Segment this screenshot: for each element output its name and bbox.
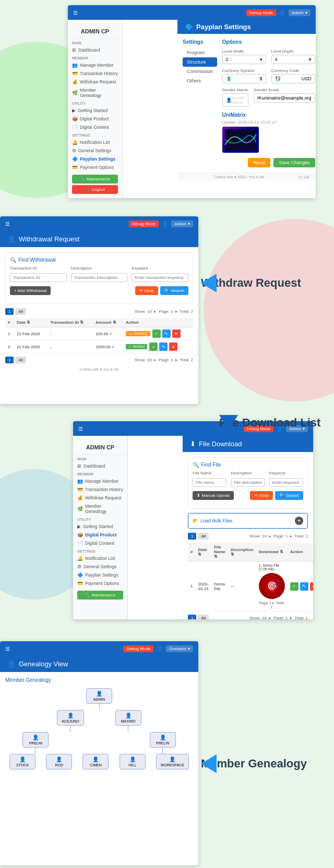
search-button-2[interactable]: 🔍 Search <box>160 286 188 295</box>
sidebar-item-transaction-1[interactable]: 💳 Transaction History <box>68 69 122 78</box>
sort-file-icon-3[interactable]: ⇅ <box>214 554 218 559</box>
sidebar-item-getting-started-1[interactable]: ▶ Getting Started <box>68 106 122 115</box>
payment-options-label-1: Payment Options <box>80 165 114 170</box>
general-settings-icon-3: ⚙ <box>77 564 81 569</box>
sort-date-icon-3[interactable]: ⇅ <box>198 552 201 557</box>
clear-button-2[interactable]: ✕ Clear <box>135 286 158 295</box>
sidebar-item-dashboard-1[interactable]: ⊞ Dashboard <box>68 46 122 54</box>
action-view-btn[interactable]: ✓ <box>149 343 158 351</box>
action-delete-btn[interactable]: ✕ <box>172 329 181 338</box>
search-fields-3: File Name Description Keyword <box>193 471 303 487</box>
sidebar-item-dashboard-3[interactable]: ⊞ Dashboard <box>73 462 127 470</box>
sidebar-item-payment-options-3[interactable]: 💳 Payment Options <box>73 579 127 588</box>
currency-symbol-control[interactable]: 💲 $ <box>222 74 266 83</box>
admin-badge-2[interactable]: Admin ▾ <box>171 221 193 227</box>
sidebar-item-general-settings-1[interactable]: ⚙ General Settings <box>68 146 122 155</box>
main-content-3: ⬇ File Download 🔍 Find File File Name <box>183 436 313 619</box>
page-btn-all-top-3[interactable]: All <box>198 533 209 540</box>
tree-node-stock: 👤 STOCK <box>9 754 35 769</box>
digital-product-icon-3: 📦 <box>77 532 83 537</box>
sidebar-item-notification-3[interactable]: 🔔 Notification List <box>73 554 127 563</box>
add-button-label: Add Withdrawal <box>17 288 46 293</box>
action-edit-btn[interactable]: ✎ <box>162 329 171 338</box>
page-btn-1-top[interactable]: 1 <box>5 308 14 315</box>
save-button[interactable]: Save Changes <box>273 158 315 167</box>
action-edit-btn[interactable]: ✎ <box>159 343 168 351</box>
sidebar-item-digital-content-1[interactable]: 📄 Digital Content <box>68 123 122 131</box>
sidebar-item-general-settings-3[interactable]: ⚙ General Settings <box>73 563 127 571</box>
sidebar-item-digital-product-3[interactable]: 📦 Digital Product <box>73 531 127 539</box>
pagination-top-2: 1 All Show: 10 ▸ Page: 1 ▸ Total: 2 <box>5 308 193 315</box>
sort-download-icon-3[interactable]: ⇅ <box>280 549 283 554</box>
description-input[interactable] <box>71 273 128 282</box>
settings-nav-structure[interactable]: Structure <box>183 57 217 67</box>
hamburger-icon[interactable]: ☰ <box>73 10 78 16</box>
currency-code-control[interactable]: 💱 USD <box>271 74 315 83</box>
file-keyword-input[interactable] <box>269 478 303 487</box>
sort-desc-icon-3[interactable]: ⇅ <box>231 552 234 557</box>
tree-connector-l1-right <box>128 726 128 732</box>
sidebar-item-withdraw-1[interactable]: 💰 Withdraw Request <box>68 78 122 86</box>
settings-nav-others[interactable]: Others <box>183 76 217 85</box>
sidebar-item-manage-member-3[interactable]: 👥 Manage Member <box>73 477 127 485</box>
admin-badge-4[interactable]: Grahams ▾ <box>166 645 193 652</box>
file-description-label: Description <box>231 471 265 475</box>
sidebar-item-genealogy-1[interactable]: 🌿 Member Genealogy <box>68 86 122 100</box>
sort-amount-icon-2[interactable]: ⇅ <box>113 320 116 325</box>
topbar-right-1: Debug Mode 👤 Admin ▾ <box>246 9 311 16</box>
currency-symbol-label: Currency Symbol <box>222 68 266 73</box>
workspace-label: WORKSPACE <box>161 763 184 767</box>
add-withdrawal-button[interactable]: + Add Withdrawal <box>10 286 51 295</box>
sender-email-control[interactable]: ✉ unimatrix@example.org <box>254 93 315 103</box>
level-depth-control[interactable]: 4 ▾ <box>271 55 315 64</box>
sidebar-item-payplan-1[interactable]: 🔷 Payplan Settings <box>68 155 122 163</box>
sidebar-item-notification-1[interactable]: 🔔 Notification List <box>68 138 122 146</box>
sort-date-icon-2[interactable]: ⇅ <box>27 320 30 325</box>
sidebar-item-getting-started-3[interactable]: ▶ Getting Started <box>73 522 127 531</box>
debug-badge-1: Debug Mode <box>246 9 277 16</box>
sort-trans-icon-2[interactable]: ⇅ <box>80 320 84 325</box>
hamburger-icon-4[interactable]: ☰ <box>5 646 10 652</box>
page-btn-all-top[interactable]: All <box>15 308 26 315</box>
sidebar-item-withdraw-3[interactable]: 💰 Withdraw Request <box>73 494 127 502</box>
keyword-input[interactable] <box>132 273 188 282</box>
action-view-btn[interactable]: ✓ <box>152 329 161 338</box>
search-button-3[interactable]: 🔍 Search <box>275 491 303 500</box>
action-delete-btn-3[interactable]: ✕ <box>310 582 313 591</box>
admin-badge-1[interactable]: Admin ▾ <box>289 9 311 16</box>
maintenance-button-1[interactable]: 🔧 Maintenance <box>72 175 118 184</box>
action-view-btn-3[interactable]: ✓ <box>290 582 299 591</box>
page-btn-1-bottom[interactable]: 1 <box>5 357 14 363</box>
sidebar-item-digital-content-3[interactable]: 📄 Digital Content <box>73 539 127 547</box>
topbar-4: ☰ Debug Mode 👤 Grahams ▾ <box>0 641 198 656</box>
bulk-plus-button[interactable]: + <box>295 517 303 525</box>
settings-nav-program[interactable]: Program <box>183 48 217 57</box>
file-description-input[interactable] <box>231 478 265 487</box>
sidebar-item-payment-options-1[interactable]: 💳 Payment Options <box>68 163 122 172</box>
find-file-title: 🔍 Find File <box>193 462 303 468</box>
action-edit-btn-3[interactable]: ✎ <box>300 582 308 591</box>
hamburger-icon-2[interactable]: ☰ <box>5 221 10 227</box>
level-width-control[interactable]: 2 ▾ <box>222 55 266 64</box>
maintenance-button-3[interactable]: 🔧 Maintenance <box>77 591 123 600</box>
page-btn-all-bottom-3[interactable]: All <box>198 615 209 619</box>
sidebar-item-payplan-3[interactable]: 🔷 Payplan Settings <box>73 571 127 579</box>
manual-upload-button[interactable]: ⬆ Manual Upload <box>193 491 234 500</box>
transaction-id-input[interactable] <box>10 273 67 282</box>
page-btn-1-top-3[interactable]: 1 <box>188 533 196 540</box>
sidebar-item-transaction-3[interactable]: 💳 Transaction History <box>73 485 127 494</box>
action-delete-btn[interactable]: ✕ <box>169 343 177 351</box>
sender-name-control[interactable]: 👤 Sender Name <box>222 93 249 107</box>
settings-nav-commission[interactable]: Commission <box>183 67 217 76</box>
clear-button-3[interactable]: ✕ Clear <box>250 491 273 500</box>
sidebar-item-manage-member-1[interactable]: 👥 Manage Member <box>68 61 122 69</box>
sidebar-item-genealogy-3[interactable]: 🌿 Member Genealogy <box>73 502 127 516</box>
user-label-4: Grahams <box>169 646 186 651</box>
page-btn-all-bottom[interactable]: All <box>15 357 26 363</box>
hamburger-icon-3[interactable]: ☰ <box>78 426 83 432</box>
file-name-input[interactable] <box>193 478 226 487</box>
reset-button[interactable]: Reset <box>248 158 271 167</box>
logout-button-1[interactable]: 🚪 Logout <box>72 185 118 194</box>
page-btn-1-bottom-3[interactable]: 1 <box>188 615 196 619</box>
sidebar-item-digital-product-1[interactable]: 📦 Digital Product <box>68 115 122 123</box>
